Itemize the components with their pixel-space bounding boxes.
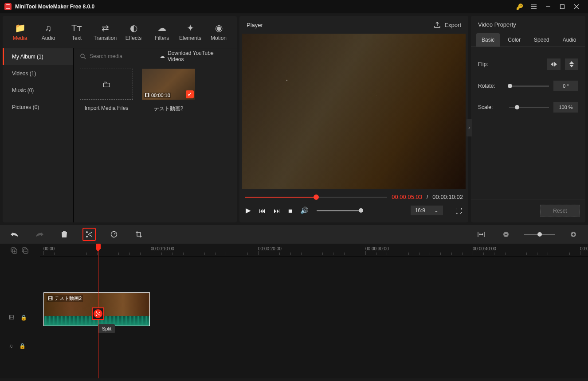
prev-frame-button[interactable]: ⏮	[259, 207, 266, 214]
elements-icon: ✦	[187, 23, 194, 33]
scale-slider[interactable]	[509, 107, 549, 108]
rotate-label: Rotate:	[478, 83, 505, 89]
timeline[interactable]: 🎞 🔒 ♫ 🔒 00:0000:00:10:0000:00:20:0000:00…	[0, 244, 588, 378]
tab-media[interactable]: 📁Media	[6, 19, 34, 45]
rotate-value[interactable]: 0 °	[553, 81, 578, 91]
search-icon	[80, 53, 86, 59]
scale-label: Scale:	[478, 104, 505, 110]
ruler-mark: 00:00	[43, 246, 55, 251]
audio-track-icon: ♫	[9, 343, 13, 349]
maximize-button[interactable]	[555, 0, 569, 13]
stop-button[interactable]: ■	[288, 207, 292, 214]
category-my-album[interactable]: My Album (1)	[3, 48, 73, 65]
timeline-ruler[interactable]: 00:0000:00:10:0000:00:20:0000:00:30:0000…	[0, 244, 588, 257]
svg-rect-0	[561, 4, 564, 8]
scale-value[interactable]: 100 %	[553, 102, 578, 113]
prop-tab-speed[interactable]: Speed	[529, 33, 555, 47]
export-button[interactable]: Export	[434, 21, 461, 28]
video-preview[interactable]	[242, 34, 466, 189]
transition-icon: ⇄	[102, 23, 109, 33]
download-youtube-link[interactable]: ☁ Download YouTube Videos	[160, 50, 231, 62]
undo-button[interactable]	[8, 228, 21, 241]
tab-filters[interactable]: ☁Filters	[148, 19, 176, 45]
license-key-icon[interactable]	[513, 0, 527, 13]
film-icon: 🎞	[145, 93, 149, 98]
import-media-button[interactable]: 🗀 Import Media Files	[80, 69, 133, 113]
effects-icon: ◐	[130, 23, 137, 33]
search-input[interactable]	[90, 53, 156, 59]
category-music[interactable]: Music (0)	[4, 82, 73, 99]
split-button[interactable]	[82, 228, 96, 241]
player-panel: Player Export 00:00:05:03 / 00:00:10:02 …	[239, 16, 468, 222]
fullscreen-button[interactable]: ⛶	[455, 207, 462, 214]
split-tooltip: Split	[98, 324, 115, 333]
cloud-download-icon: ☁	[160, 53, 165, 59]
chevron-down-icon: ⌄	[434, 207, 439, 214]
panel-collapse-handle[interactable]: ›	[466, 119, 472, 136]
zoom-out-button[interactable]	[499, 228, 513, 241]
add-track-icon[interactable]	[11, 247, 17, 254]
titlebar: MiniTool MovieMaker Free 8.0.0	[0, 0, 588, 13]
filters-icon: ☁	[157, 23, 166, 33]
film-icon: 🎞	[48, 296, 53, 301]
ruler-mark: 00:00:30:00	[365, 246, 389, 251]
category-videos[interactable]: Videos (1)	[4, 65, 73, 82]
prop-tab-basic[interactable]: Basic	[476, 33, 500, 47]
app-title: MiniTool MovieMaker Free 8.0.0	[15, 4, 94, 10]
minimize-button[interactable]	[541, 0, 555, 13]
aspect-ratio-select[interactable]: 16:9 ⌄	[411, 206, 443, 215]
ruler-mark: 00:00:40:00	[473, 246, 496, 251]
media-clip-item[interactable]: 🎞00:00:10 ✓ テスト動画2	[142, 69, 195, 113]
property-panel: Video Property Basic Color Speed Audio F…	[471, 16, 585, 222]
zoom-in-button[interactable]	[567, 228, 580, 241]
total-time: 00:00:10:02	[432, 194, 463, 200]
close-button[interactable]	[569, 0, 584, 13]
tab-transition[interactable]: ⇄Transition	[91, 19, 119, 45]
crop-button[interactable]	[132, 228, 145, 241]
auto-fit-button[interactable]	[474, 228, 488, 241]
category-pictures[interactable]: Pictures (0)	[4, 99, 73, 116]
text-icon: Tᴛ	[71, 23, 82, 33]
tab-effects[interactable]: ◐Effects	[120, 19, 147, 45]
zoom-slider[interactable]	[524, 234, 555, 235]
flip-label: Flip:	[478, 61, 505, 67]
property-title: Video Property	[471, 16, 585, 33]
speed-button[interactable]	[107, 228, 121, 241]
menu-icon[interactable]	[527, 0, 541, 13]
check-icon: ✓	[186, 90, 194, 98]
prop-tab-audio[interactable]: Audio	[557, 33, 582, 47]
export-icon	[434, 21, 441, 28]
current-time: 00:00:05:03	[392, 194, 422, 200]
tab-text[interactable]: TᴛText	[63, 19, 90, 45]
ruler-mark: 00:00:50:00	[580, 246, 588, 251]
media-categories: My Album (1) Videos (1) Music (0) Pictur…	[3, 48, 74, 222]
main-tabs: 📁Media ♫Audio TᴛText ⇄Transition ◐Effect…	[3, 16, 237, 48]
tab-audio[interactable]: ♫Audio	[35, 19, 62, 45]
flip-horizontal-button[interactable]	[547, 58, 561, 70]
seek-slider[interactable]	[245, 197, 387, 198]
reset-button[interactable]: Reset	[540, 205, 580, 217]
folder-icon: 📁	[15, 23, 26, 33]
volume-icon[interactable]: 🔊	[300, 206, 309, 214]
media-panel: 📁Media ♫Audio TᴛText ⇄Transition ◐Effect…	[3, 16, 237, 222]
lock-icon[interactable]: 🔒	[20, 315, 27, 321]
player-title: Player	[247, 22, 263, 28]
svg-point-1	[81, 54, 84, 58]
tab-elements[interactable]: ✦Elements	[176, 19, 204, 45]
split-indicator[interactable]	[92, 307, 104, 320]
volume-slider[interactable]	[317, 210, 361, 211]
ruler-mark: 00:00:20:00	[258, 246, 282, 251]
redo-button[interactable]	[33, 228, 46, 241]
flip-vertical-button[interactable]	[565, 58, 578, 70]
prop-tab-color[interactable]: Color	[502, 33, 526, 47]
rotate-slider[interactable]	[509, 86, 549, 87]
play-button[interactable]: ▶	[246, 206, 251, 214]
remove-track-icon[interactable]	[22, 247, 28, 254]
music-icon: ♫	[45, 23, 52, 33]
ruler-mark: 00:00:10:00	[151, 246, 174, 251]
lock-icon[interactable]: 🔒	[19, 343, 26, 349]
video-track-icon: 🎞	[9, 315, 14, 321]
delete-button[interactable]	[58, 228, 71, 241]
tab-motion[interactable]: ◉Motion	[205, 19, 232, 45]
next-frame-button[interactable]: ⏭	[274, 207, 280, 214]
